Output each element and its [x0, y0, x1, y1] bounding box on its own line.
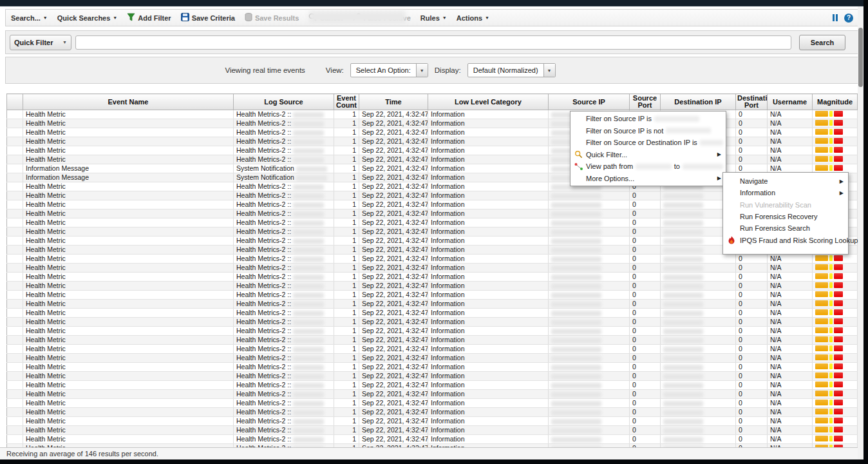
table-row[interactable]: Health MetricHealth Metrics-2 :: 1Sep 22…: [7, 408, 858, 417]
redacted-value: [293, 266, 324, 271]
table-row[interactable]: Health MetricHealth Metrics-2 :: 1Sep 22…: [7, 426, 858, 435]
table-row[interactable]: Health MetricHealth Metrics-2 :: 1Sep 22…: [7, 128, 858, 137]
table-row[interactable]: Health MetricHealth Metrics-2 :: 1Sep 22…: [7, 300, 858, 309]
column-header-time[interactable]: Time: [359, 94, 428, 110]
save-results-button[interactable]: Save Results: [245, 13, 299, 23]
save-results-label: Save Results: [255, 14, 299, 22]
quick-filter-input[interactable]: [75, 35, 791, 50]
table-row[interactable]: Health MetricHealth Metrics-2 :: 1Sep 22…: [7, 291, 858, 300]
table-row[interactable]: Health MetricHealth Metrics-2 :: 1Sep 22…: [7, 435, 858, 444]
table-row[interactable]: Health MetricHealth Metrics-2 :: 1Sep 22…: [7, 264, 858, 273]
table-row[interactable]: Health MetricHealth Metrics-2 :: 1Sep 22…: [7, 345, 858, 354]
column-header-source-ip[interactable]: Source IP: [549, 94, 630, 110]
add-filter-button[interactable]: Add Filter: [127, 13, 171, 23]
quick-searches-button[interactable]: Quick Searches ▼: [57, 14, 118, 22]
menu-item-run-forensics-recovery[interactable]: Run Forensics Recovery: [723, 211, 848, 222]
table-row[interactable]: Health MetricHealth Metrics-2 :: 1Sep 22…: [7, 273, 858, 282]
cell-dest-port: 0: [736, 146, 768, 155]
column-header-magnitude[interactable]: Magnitude: [813, 94, 858, 110]
pause-icon[interactable]: [833, 14, 838, 21]
redacted-value: [551, 329, 601, 334]
table-row[interactable]: Health MetricHealth Metrics-2 :: 1Sep 22…: [7, 381, 858, 390]
row-spacer-cell: [7, 426, 23, 435]
column-header-event-name[interactable]: Event Name: [23, 94, 234, 110]
table-row[interactable]: Health MetricHealth Metrics-2 :: 1Sep 22…: [7, 399, 858, 408]
table-row[interactable]: Health MetricHealth Metrics-2 :: 1Sep 22…: [7, 309, 858, 318]
table-row[interactable]: Health MetricHealth Metrics-2 :: 1Sep 22…: [7, 146, 858, 155]
table-row[interactable]: Health MetricHealth Metrics-2 :: 1Sep 22…: [7, 336, 858, 345]
column-header-log-source[interactable]: Log Source: [234, 94, 334, 110]
table-row[interactable]: Health MetricHealth Metrics-2 :: 1Sep 22…: [7, 282, 858, 291]
toolbar-right-controls: ?: [833, 14, 853, 23]
cell-event-name: Health Metric: [23, 399, 234, 408]
menu-item-filter-on-source-ip-is[interactable]: Filter on Source IP is: [571, 113, 726, 125]
chevron-down-icon: ▼: [416, 64, 428, 77]
rules-menu-button[interactable]: Rules ▼: [420, 14, 447, 22]
status-bar: Receiving an average of 146 results per …: [0, 447, 863, 459]
cell-event-count: 1: [334, 354, 359, 363]
help-icon[interactable]: ?: [844, 14, 853, 23]
cell-dest-port: 0: [736, 119, 768, 128]
table-row[interactable]: Health MetricHealth Metrics-2 :: 1Sep 22…: [7, 354, 858, 363]
redacted-value: [663, 293, 703, 298]
cell-event-name: Health Metric: [23, 146, 234, 155]
cell-low-level-category: Information: [428, 417, 549, 426]
table-row[interactable]: Health MetricHealth Metrics-2 :: 1Sep 22…: [7, 417, 858, 426]
column-header-low-level-category[interactable]: Low Level Category: [428, 94, 549, 110]
redacted-value: [663, 392, 703, 398]
menu-item-navigate[interactable]: Navigate▶: [723, 175, 848, 187]
magnitude-bar: [815, 165, 843, 171]
cell-log-source: Health Metrics-2 ::: [234, 291, 334, 300]
cell-log-source: Health Metrics-2 ::: [234, 417, 334, 426]
table-row[interactable]: Health MetricHealth Metrics-2 :: 1Sep 22…: [7, 255, 858, 264]
cell-low-level-category: Information: [428, 173, 549, 182]
cell-event-name: Health Metric: [23, 264, 234, 273]
table-row[interactable]: Health MetricHealth Metrics-2 :: 1Sep 22…: [7, 119, 858, 128]
table-row[interactable]: Health MetricHealth Metrics-2 :: 1Sep 22…: [7, 318, 858, 327]
table-row[interactable]: Health MetricHealth Metrics-2 :: 1Sep 22…: [7, 363, 858, 372]
column-header-username[interactable]: Username: [768, 94, 813, 110]
search-button[interactable]: Search: [799, 35, 845, 50]
table-row[interactable]: Health MetricHealth Metrics-2 :: 1Sep 22…: [7, 110, 858, 119]
view-select[interactable]: Select An Option: ▼: [350, 63, 428, 77]
table-row[interactable]: Health MetricHealth Metrics-2 :: 1Sep 22…: [7, 155, 858, 164]
table-row[interactable]: Health MetricHealth Metrics-2 :: 1Sep 22…: [7, 372, 858, 381]
column-header-event-count[interactable]: Event Count: [334, 94, 359, 110]
menu-item-filter-on-source-or-destination-ip-is[interactable]: Filter on Source or Destination IP is: [571, 137, 726, 149]
menu-item-information[interactable]: Information▶: [723, 187, 848, 198]
menu-item-more-options[interactable]: More Options...▶: [571, 173, 726, 185]
menu-item-view-path-from[interactable]: View path fromto: [571, 160, 726, 173]
cell-low-level-category: Information: [428, 426, 549, 435]
cell-low-level-category: Information: [428, 354, 549, 363]
cell-source-port: 0: [630, 227, 661, 237]
cell-log-source: Health Metrics-2 ::: [234, 128, 334, 137]
search-menu-button[interactable]: Search... ▼: [11, 14, 48, 22]
redacted-value: [551, 338, 601, 343]
actions-menu-button[interactable]: Actions ▼: [457, 14, 489, 22]
table-row[interactable]: Health MetricHealth Metrics-2 :: 1Sep 22…: [7, 327, 858, 336]
magnifier-icon: [571, 150, 586, 159]
menu-item-ipqs-fraud-and-risk-scoring-lookup[interactable]: IPQS Fraud and Risk Scoring Lookup: [723, 234, 848, 246]
cell-time: Sep 22, 2021, 4:32:47 PM: [359, 408, 428, 417]
column-header-destination-ip[interactable]: Destination IP: [661, 94, 736, 110]
row-spacer-cell: [7, 399, 23, 408]
menu-item-quick-filter[interactable]: Quick Filter...▶: [571, 149, 726, 161]
quick-filter-dropdown[interactable]: Quick Filter ▼: [10, 35, 71, 50]
save-criteria-button[interactable]: Save Criteria: [181, 13, 235, 23]
redacted-value: [293, 419, 324, 425]
vertical-scrollbar-thumb[interactable]: [858, 28, 863, 87]
table-row[interactable]: Health MetricHealth Metrics-2 :: 1Sep 22…: [7, 137, 858, 146]
display-select[interactable]: Default (Normalized) ▼: [467, 63, 556, 77]
cell-source-ip: [549, 381, 630, 390]
cell-event-count: 1: [334, 128, 359, 137]
cell-event-name: Information Message: [23, 173, 234, 182]
column-header-source-port[interactable]: Source Port: [630, 94, 661, 110]
submenu-arrow-icon: ▶: [717, 151, 721, 157]
magnitude-bar: [815, 436, 843, 441]
table-row[interactable]: Health MetricHealth Metrics-2 :: 1Sep 22…: [7, 390, 858, 399]
rules-label: Rules: [420, 14, 440, 22]
column-header-destinati-port[interactable]: Destinati Port: [736, 94, 768, 110]
menu-item-run-forensics-search[interactable]: Run Forensics Search: [723, 222, 848, 234]
menu-item-filter-on-source-ip-is-not[interactable]: Filter on Source IP is not: [571, 125, 726, 137]
redacted-value: [663, 401, 703, 407]
